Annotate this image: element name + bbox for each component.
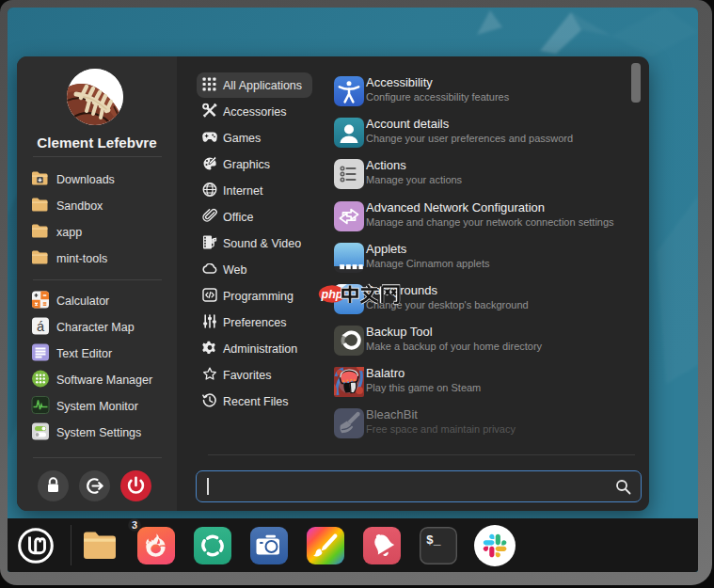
svg-text:php: php	[321, 288, 343, 301]
svg-text:á: á	[37, 319, 45, 334]
svg-text:3: 3	[132, 519, 137, 531]
svg-text:$_: $_	[426, 533, 441, 548]
